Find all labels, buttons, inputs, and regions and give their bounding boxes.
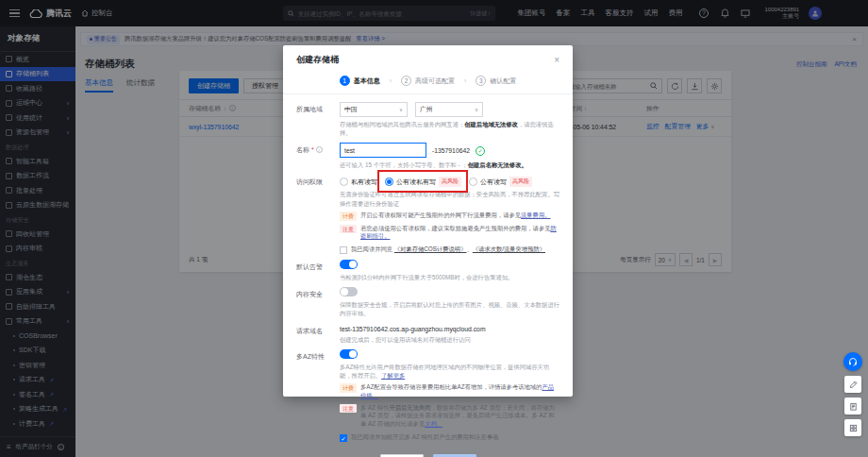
radio-icon bbox=[340, 178, 348, 186]
feedback-button[interactable] bbox=[844, 376, 861, 393]
maz-billing-note: 计费 多AZ配置会导致存储容量费用相比单AZ有增加，详情请参考该地域的产品价格。 bbox=[340, 383, 559, 400]
chevron-down-icon: ∨ bbox=[399, 107, 403, 112]
access-help-text: 无需身份验证即可通过互联网读取存储桶中的数据；安全风险高，不推荐此配置。写操作需… bbox=[340, 190, 559, 207]
domain-field-row: 请求域名 test-1357910642.cos.ap-guangzhou.my… bbox=[296, 324, 559, 344]
valid-check-icon: ✓ bbox=[476, 146, 485, 156]
request-domain-value: test-1357910642.cos.ap-guangzhou.myqclou… bbox=[340, 324, 559, 332]
moderation-toggle[interactable] bbox=[340, 287, 358, 296]
region-help-text: 存储桶与相同地域的其他腾讯云服务内网互通；创建后地域无法修改，请您谨慎选择。 bbox=[340, 120, 559, 137]
chevron-right-icon: › bbox=[464, 77, 466, 84]
alarm-label: 默认告警 bbox=[296, 260, 340, 281]
maz-field-row: 多AZ特性 多AZ特性允许用户将数据存储在同地理区域内的不同物理位置，提供同城容… bbox=[296, 349, 559, 442]
maz-desc-text: 多AZ特性允许用户将数据存储在同地理区域内的不同物理位置，提供同城容灾功能，推荐… bbox=[340, 363, 559, 380]
maz-label: 多AZ特性 bbox=[296, 349, 340, 442]
shortcut-panel-button[interactable] bbox=[844, 419, 861, 436]
domain-help-text: 创建完成后，您可以使用该域名对存储桶进行访问 bbox=[340, 335, 559, 344]
region-label: 所属地域 bbox=[296, 102, 340, 137]
name-field-row: 名称 * i -1357910642 ✓ 还可输入 15 个字符，支持小写字母、… bbox=[296, 143, 559, 169]
access-options: 私有读写 公有读私有写高风险 公有读写高风险 bbox=[340, 175, 559, 187]
access-label: 访问权限 bbox=[296, 175, 340, 254]
floating-widgets bbox=[843, 352, 862, 436]
required-asterisk: * bbox=[311, 146, 314, 153]
region-country-select[interactable]: 中国∨ bbox=[340, 102, 408, 117]
radio-icon bbox=[469, 178, 477, 186]
billing-badge: 计费 bbox=[340, 383, 357, 392]
step-confirm-config: 3 确认配置 bbox=[476, 76, 516, 86]
name-label: 名称 * i bbox=[296, 143, 340, 169]
maz-toggle[interactable] bbox=[340, 349, 358, 359]
traffic-surge-doc-link[interactable]: 《请求次数/流量突增预防》 bbox=[473, 245, 545, 252]
billing-agreement-checkbox[interactable] bbox=[340, 246, 347, 254]
moderation-field-row: 内容安全 保障数据安全合规，开启后将默认对您上传的所有图片、视频、音频、文本数据… bbox=[296, 287, 559, 317]
billing-badge: 计费 bbox=[340, 212, 357, 220]
region-field-row: 所属地域 中国∨ 广州∨ 存储桶与相同地域的其他腾讯云服务内网互通；创建后地域无… bbox=[296, 102, 559, 137]
traffic-fee-link[interactable]: 流量费用。 bbox=[521, 212, 550, 218]
radio-selected-icon bbox=[385, 178, 393, 186]
maz-agreement-checkbox[interactable]: ✓ bbox=[340, 434, 347, 442]
headset-icon bbox=[848, 357, 858, 366]
alarm-help-text: 当检测到1分钟内外网下行流量大于5000MB时，会进行告警通知。 bbox=[340, 273, 559, 281]
maz-doc-link[interactable]: 文档。 bbox=[425, 420, 442, 427]
billing-agreement-row: 我已阅读并同意 《对象存储COS计费说明》、《请求次数/流量突增预防》 bbox=[340, 245, 559, 254]
billing-note: 计费 开启公有读权限可能产生预期外的外网下行流量费用，请参见流量费用。 bbox=[340, 212, 559, 221]
domain-label: 请求域名 bbox=[296, 324, 340, 344]
notice-note: 注意 若您必须使用公有读权限，建议采取措施避免产生预期外的费用，请参见防盗刷指引… bbox=[340, 225, 559, 242]
chevron-right-icon: › bbox=[390, 77, 392, 84]
access-field-row: 访问权限 私有读写 公有读私有写高风险 公有读写高风险 无需身份验证即可通过互联… bbox=[296, 175, 559, 254]
survey-button[interactable] bbox=[844, 398, 861, 415]
support-chat-button[interactable] bbox=[843, 352, 862, 371]
chevron-down-icon: ∨ bbox=[475, 107, 478, 112]
step-basic-info: 1 基本信息 bbox=[340, 76, 380, 86]
access-option-private[interactable]: 私有读写 bbox=[340, 178, 377, 187]
high-risk-badge: 高风险 bbox=[509, 177, 532, 187]
alarm-field-row: 默认告警 当检测到1分钟内外网下行流量大于5000MB时，会进行告警通知。 bbox=[296, 260, 559, 281]
notice-badge: 注意 bbox=[340, 225, 357, 233]
moderation-label: 内容安全 bbox=[296, 287, 340, 317]
grid-icon bbox=[849, 424, 858, 432]
dialog-close-icon[interactable]: × bbox=[554, 56, 559, 65]
cos-billing-doc-link[interactable]: 《对象存储COS计费说明》 bbox=[394, 245, 467, 252]
alarm-toggle[interactable] bbox=[340, 260, 358, 269]
maz-notice-note: 注意 多 AZ 特性开启后无法关闭，数据将存储为多 AZ 类型；若关闭，将存储为… bbox=[340, 404, 559, 429]
access-option-public-rw[interactable]: 公有读写高风险 bbox=[469, 177, 532, 187]
access-option-public-read[interactable]: 公有读私有写高风险 bbox=[385, 177, 461, 187]
maz-agreement-text: 我已阅读并知晓开启多 AZ 特性后产生的费用和注意事项 bbox=[351, 433, 498, 442]
dialog-footer: 取消 下一步 bbox=[296, 448, 559, 457]
learn-more-link[interactable]: 了解更多 bbox=[381, 372, 405, 379]
name-help-text: 还可输入 15 个字符，支持小写字母、数字和 - ；创建后名称无法修改。 bbox=[340, 161, 559, 169]
bucket-name-input[interactable] bbox=[340, 143, 426, 158]
notice-badge: 注意 bbox=[340, 404, 357, 413]
clipboard-icon bbox=[849, 402, 858, 411]
bucket-name-suffix: -1357910642 bbox=[432, 147, 470, 154]
info-icon: i bbox=[316, 146, 323, 153]
step-advanced-config: 2 高级可选配置 bbox=[401, 76, 455, 86]
moderation-help-text: 保障数据安全合规，开启后将默认对您上传的所有图片、视频、音频、文本数据进行内容审… bbox=[340, 300, 559, 317]
maz-agreement-row: ✓ 我已阅读并知晓开启多 AZ 特性后产生的费用和注意事项 bbox=[340, 433, 559, 442]
high-risk-badge: 高风险 bbox=[439, 177, 461, 187]
region-city-select[interactable]: 广州∨ bbox=[415, 102, 483, 117]
pencil-icon bbox=[849, 381, 858, 389]
dialog-title: 创建存储桶 bbox=[296, 54, 339, 66]
dialog-steps: 1 基本信息 › 2 高级可选配置 › 3 确认配置 bbox=[283, 70, 573, 94]
create-bucket-dialog: 创建存储桶 × 1 基本信息 › 2 高级可选配置 › 3 确认配置 所属地域 … bbox=[283, 45, 573, 397]
